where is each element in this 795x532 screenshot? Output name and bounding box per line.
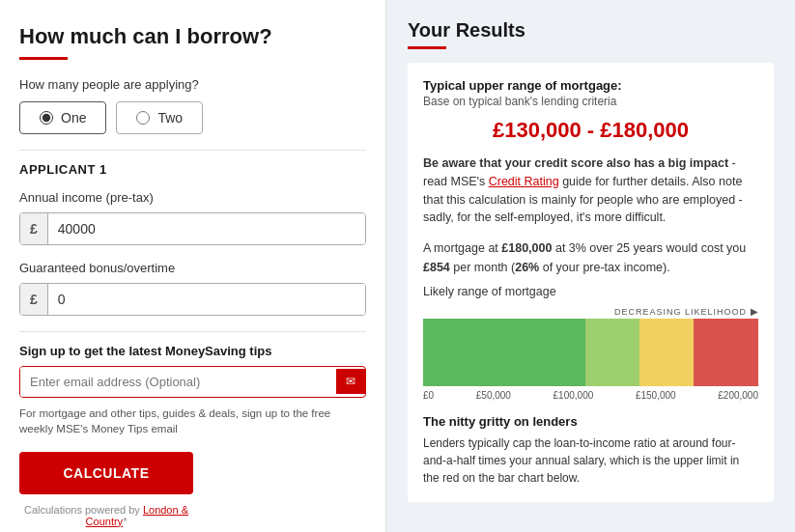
x-axis-100k: £100,000 bbox=[554, 390, 594, 401]
chart-area: DECREASING LIKELIHOOD ▶ £0 £50,000 £100,… bbox=[423, 306, 758, 401]
email-section-label: Sign up to get the latest MoneySaving ti… bbox=[19, 344, 366, 358]
info-bold: Be aware that your credit score also has… bbox=[423, 156, 728, 170]
radio-two-input[interactable] bbox=[136, 111, 150, 125]
income-prefix: £ bbox=[20, 213, 48, 244]
x-axis-50k: £50,000 bbox=[476, 390, 511, 401]
info-text-2: guide for further details. Also note tha… bbox=[423, 175, 743, 225]
typical-label: Typical upper range of mortgage: bbox=[423, 78, 758, 93]
radio-two-label: Two bbox=[157, 110, 183, 126]
decreasing-label: DECREASING LIKELIHOOD bbox=[614, 307, 747, 317]
income-input[interactable] bbox=[48, 213, 365, 244]
left-panel: How much can I borrow? How many people a… bbox=[0, 0, 386, 532]
radio-one[interactable]: One bbox=[19, 101, 106, 134]
mortgage-detail: A mortgage at £180,000 at 3% over 25 yea… bbox=[423, 238, 758, 277]
radio-one-input[interactable] bbox=[40, 111, 53, 125]
x-axis-150k: £150,000 bbox=[636, 390, 676, 401]
email-input[interactable] bbox=[20, 367, 336, 397]
detail-prefix: A mortgage at bbox=[423, 241, 501, 255]
email-field-wrapper: ✉ bbox=[19, 366, 366, 398]
sub-label: Base on typical bank's lending criteria bbox=[423, 95, 758, 108]
x-axis-200k: £200,000 bbox=[718, 390, 758, 401]
powered-by: Calculations powered by London & Country… bbox=[19, 504, 193, 527]
powered-by-prefix: Calculations powered by bbox=[24, 504, 143, 516]
detail-amount: £180,000 bbox=[501, 241, 552, 255]
bonus-prefix: £ bbox=[20, 284, 48, 315]
bar-light-green bbox=[585, 319, 639, 386]
email-info: For mortgage and other tips, guides & de… bbox=[19, 406, 366, 436]
bar-yellow bbox=[639, 319, 694, 386]
detail-percent: 26% bbox=[515, 261, 539, 274]
mortgage-range: £130,000 - £180,000 bbox=[423, 118, 758, 143]
bar-green bbox=[423, 319, 585, 386]
nitty-text: Lenders typically cap the loan-to-income… bbox=[423, 434, 758, 487]
bonus-field-wrapper: £ bbox=[19, 283, 366, 316]
calculate-button[interactable]: CALCULATE bbox=[19, 452, 193, 494]
radio-one-label: One bbox=[61, 110, 86, 126]
results-card: Typical upper range of mortgage: Base on… bbox=[408, 63, 774, 502]
likely-label: Likely range of mortgage bbox=[423, 285, 758, 298]
bonus-input[interactable] bbox=[48, 284, 365, 315]
bar-red bbox=[694, 319, 758, 386]
divider-2 bbox=[19, 331, 366, 332]
right-panel: Your Results Typical upper range of mort… bbox=[386, 0, 795, 532]
detail-suffix: of your pre-tax income). bbox=[539, 261, 669, 274]
title-underline bbox=[19, 57, 68, 60]
page-title: How much can I borrow? bbox=[19, 23, 366, 51]
credit-rating-link[interactable]: Credit Rating bbox=[489, 175, 559, 188]
results-underline bbox=[408, 46, 446, 49]
income-field-wrapper: £ bbox=[19, 212, 366, 245]
x-axis: £0 £50,000 £100,000 £150,000 £200,000 bbox=[423, 390, 758, 401]
applicants-question: How many people are applying? bbox=[19, 77, 366, 92]
detail-monthly: £854 bbox=[423, 261, 450, 274]
chart-arrow-row: DECREASING LIKELIHOOD ▶ bbox=[423, 306, 758, 317]
detail-rate: at 3% over 25 years would cost you bbox=[552, 241, 746, 255]
arrow-right-icon: ▶ bbox=[751, 306, 758, 317]
email-section: Sign up to get the latest MoneySaving ti… bbox=[19, 344, 366, 436]
powered-by-suffix: * bbox=[123, 516, 127, 527]
bar-chart bbox=[423, 319, 758, 386]
nitty-title: The nitty gritty on lenders bbox=[423, 414, 758, 429]
divider-1 bbox=[19, 150, 366, 151]
results-title: Your Results bbox=[408, 19, 774, 42]
email-icon: ✉ bbox=[336, 369, 365, 394]
info-text: Be aware that your credit score also has… bbox=[423, 154, 758, 227]
radio-two[interactable]: Two bbox=[116, 101, 203, 134]
radio-group: One Two bbox=[19, 101, 366, 134]
applicant-title: APPLICANT 1 bbox=[19, 162, 366, 177]
income-label: Annual income (pre-tax) bbox=[19, 190, 366, 205]
bonus-label: Guaranteed bonus/overtime bbox=[19, 261, 366, 275]
x-axis-0: £0 bbox=[423, 390, 434, 401]
